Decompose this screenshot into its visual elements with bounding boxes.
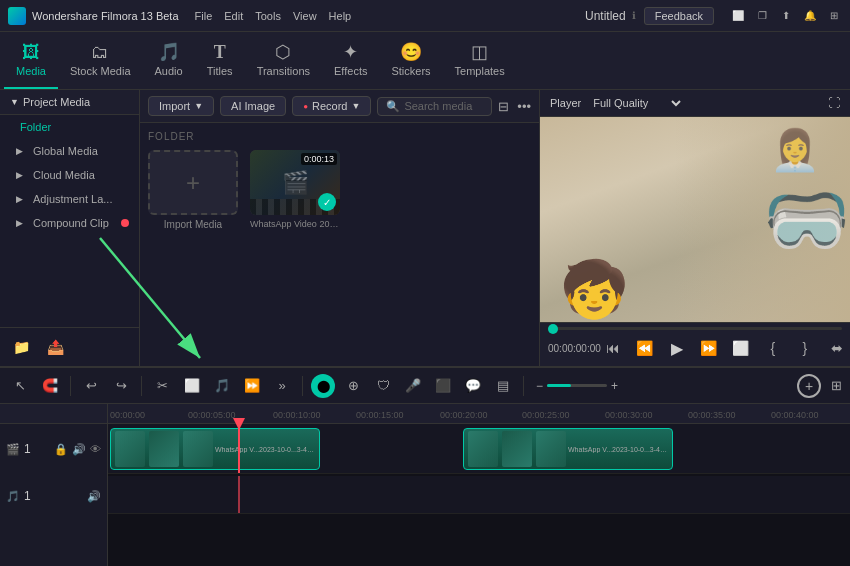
- magnetic-tool[interactable]: 🧲: [38, 374, 62, 398]
- panel-folder-btn[interactable]: 📁: [8, 334, 34, 360]
- undo-btn[interactable]: ↩: [79, 374, 103, 398]
- chevron-icon: ▶: [16, 146, 23, 156]
- ruler-mark-1: 00:00:05:00: [188, 410, 236, 420]
- toolbar-audio-label: Audio: [155, 65, 183, 77]
- upload-icon[interactable]: ⬆: [778, 8, 794, 24]
- player-label: Player: [550, 97, 581, 109]
- record-button[interactable]: ● Record ▼: [292, 96, 371, 116]
- collapse-chevron[interactable]: ▼: [10, 97, 19, 107]
- bell-icon[interactable]: 🔔: [802, 8, 818, 24]
- toolbar-audio[interactable]: 🎵 Audio: [143, 32, 195, 89]
- progress-track[interactable]: [548, 327, 842, 330]
- separator-3: [302, 376, 303, 396]
- select-tool[interactable]: ↖: [8, 374, 32, 398]
- clip-1-thumb: [115, 431, 145, 467]
- sidebar-item-global-media[interactable]: ▶ Global Media: [0, 139, 139, 163]
- toolbar-templates[interactable]: ◫ Templates: [443, 32, 517, 89]
- grid-layout-btn[interactable]: ⊞: [831, 378, 842, 393]
- sidebar-item-folder[interactable]: Folder: [0, 115, 139, 139]
- redo-btn[interactable]: ↪: [109, 374, 133, 398]
- effects-timeline-btn[interactable]: ⊕: [341, 374, 365, 398]
- panel-add-btn[interactable]: 📤: [42, 334, 68, 360]
- menu-bar: File Edit Tools View Help: [195, 10, 352, 22]
- skip-back-icon[interactable]: ⏮: [601, 336, 625, 360]
- clip-icon[interactable]: ⬜: [729, 336, 753, 360]
- toolbar-media[interactable]: 🖼 Media: [4, 32, 58, 89]
- video-track-number: 1: [24, 442, 31, 456]
- quality-select[interactable]: Full Quality Half Quality Quarter Qualit…: [589, 96, 684, 110]
- ruler-mark-5: 00:00:25:00: [522, 410, 570, 420]
- video-clip-2[interactable]: WhatsApp V...2023-10-0...3-4b2f1...: [463, 428, 673, 470]
- mic-btn[interactable]: 🎤: [401, 374, 425, 398]
- playhead-line-audio: [238, 476, 240, 513]
- toolbar-transitions-label: Transitions: [257, 65, 310, 77]
- ai-image-button[interactable]: AI Image: [220, 96, 286, 116]
- player-area: Player Full Quality Half Quality Quarter…: [540, 90, 850, 366]
- more-options-icon[interactable]: •••: [517, 99, 531, 114]
- audio-track-label: 🎵 1 🔊: [0, 476, 108, 516]
- import-label: Import: [159, 100, 190, 112]
- shield-btn[interactable]: 🛡: [371, 374, 395, 398]
- clip-2-thumb: [468, 431, 498, 467]
- feedback-button[interactable]: Feedback: [644, 7, 714, 25]
- import-media-card[interactable]: + Import Media: [148, 150, 238, 230]
- collab-btn[interactable]: ⬛: [431, 374, 455, 398]
- grid-icon[interactable]: ⊞: [826, 8, 842, 24]
- menu-file[interactable]: File: [195, 10, 213, 22]
- playhead-line: [238, 424, 240, 473]
- sidebar-item-compound-clip[interactable]: ▶ Compound Clip: [0, 211, 139, 235]
- record-label: Record: [312, 100, 347, 112]
- menu-edit[interactable]: Edit: [224, 10, 243, 22]
- menu-tools[interactable]: Tools: [255, 10, 281, 22]
- search-bar[interactable]: 🔍: [377, 97, 492, 116]
- step-back-icon[interactable]: ⏪: [633, 336, 657, 360]
- expand-player-icon[interactable]: ⛶: [828, 96, 840, 110]
- sticker-timeline-btn[interactable]: 💬: [461, 374, 485, 398]
- video-lock-btn[interactable]: 🔒: [54, 443, 68, 456]
- crop-btn[interactable]: ⬜: [180, 374, 204, 398]
- search-input[interactable]: [404, 100, 483, 112]
- toolbar-transitions[interactable]: ⬡ Transitions: [245, 32, 322, 89]
- audio-btn[interactable]: 🎵: [210, 374, 234, 398]
- toolbar-titles[interactable]: T Titles: [195, 32, 245, 89]
- video-card[interactable]: 🎬 0:00:13 ✓ WhatsApp Video 2023-10-05...: [250, 150, 340, 230]
- add-track-btn[interactable]: +: [797, 374, 821, 398]
- toolbar-stock-label: Stock Media: [70, 65, 131, 77]
- toolbar-stock-media[interactable]: 🗂 Stock Media: [58, 32, 143, 89]
- filter-icon[interactable]: ⊟: [498, 99, 509, 114]
- insert-icon[interactable]: ⬌: [825, 336, 849, 360]
- menu-help[interactable]: Help: [329, 10, 352, 22]
- time-bar: [548, 327, 842, 330]
- toolbar-effects[interactable]: ✦ Effects: [322, 32, 379, 89]
- monitor-icon[interactable]: ⬜: [730, 8, 746, 24]
- zoom-out-btn[interactable]: −: [536, 379, 543, 393]
- sidebar-item-cloud-media[interactable]: ▶ Cloud Media: [0, 163, 139, 187]
- zoom-bar[interactable]: [547, 384, 607, 387]
- copy-icon[interactable]: ❐: [754, 8, 770, 24]
- record-timeline-btn[interactable]: ⬤: [311, 374, 335, 398]
- speed-btn[interactable]: ⏩: [240, 374, 264, 398]
- video-eye-btn[interactable]: 👁: [90, 443, 101, 456]
- templates-icon: ◫: [471, 43, 488, 61]
- toolbar-stickers[interactable]: 😊 Stickers: [379, 32, 442, 89]
- player-header: Player Full Quality Half Quality Quarter…: [540, 90, 850, 117]
- menu-view[interactable]: View: [293, 10, 317, 22]
- sidebar-item-adjustment[interactable]: ▶ Adjustment La...: [0, 187, 139, 211]
- mark-in-icon[interactable]: {: [761, 336, 785, 360]
- zoom-in-btn[interactable]: +: [611, 379, 618, 393]
- cut-btn[interactable]: ✂: [150, 374, 174, 398]
- import-button[interactable]: Import ▼: [148, 96, 214, 116]
- subtitle-btn[interactable]: ▤: [491, 374, 515, 398]
- import-drop-zone[interactable]: +: [148, 150, 238, 215]
- audio-mute-btn[interactable]: 🔊: [87, 490, 101, 503]
- more-tools-btn[interactable]: »: [270, 374, 294, 398]
- video-clip-1[interactable]: WhatsApp V...2023-10-0...3-4b2f1...: [110, 428, 320, 470]
- search-icon: 🔍: [386, 100, 400, 113]
- toolbar-templates-label: Templates: [455, 65, 505, 77]
- progress-handle[interactable]: [548, 324, 558, 334]
- video-mute-btn[interactable]: 🔊: [72, 443, 86, 456]
- play-button[interactable]: ▶: [665, 336, 689, 360]
- mark-out-icon[interactable]: }: [793, 336, 817, 360]
- video-thumbnail: 🎬 0:00:13 ✓: [250, 150, 340, 215]
- step-forward-icon[interactable]: ⏩: [697, 336, 721, 360]
